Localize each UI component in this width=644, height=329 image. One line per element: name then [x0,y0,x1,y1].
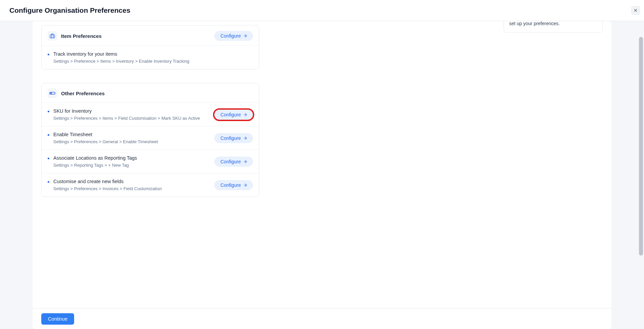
close-button[interactable]: ✕ [631,6,640,15]
configure-fields-button[interactable]: Configure [214,180,253,190]
card-header-item: Item Preferences Configure [42,25,259,46]
pref-row-sku-inventory: SKU for Inventory Settings > Preferences… [42,103,259,126]
page-title: Configure Organisation Preferences [9,6,130,14]
item-preferences-card: Item Preferences Configure Track invento… [41,25,259,69]
card-title-item: Item Preferences [61,33,102,39]
card-header-other: Other Preferences [42,83,259,103]
row-path: Settings > Preferences > Invoices > Fiel… [53,186,209,191]
bullet-icon [48,111,49,112]
close-icon: ✕ [634,8,638,13]
svg-rect-0 [50,35,54,38]
configure-label: Configure [220,182,241,188]
configure-label: Configure [220,159,241,164]
info-text: can navigate to the desired setting and … [509,21,597,27]
bullet-icon [48,134,49,136]
pref-row-locations-tags: Associate Locations as Reporting Tags Se… [42,150,259,173]
svg-point-3 [51,93,52,94]
row-path: Settings > Preferences > General > Enabl… [53,139,209,144]
row-title: Customise and create new fields [53,179,209,184]
page-header: Configure Organisation Preferences ✕ [0,0,644,21]
configure-sku-button[interactable]: Configure [214,110,253,120]
row-title: Associate Locations as Reporting Tags [53,155,209,161]
configure-locations-button[interactable]: Configure [214,157,253,167]
pref-row-custom-fields: Customise and create new fields Settings… [42,173,259,197]
row-path: Settings > Preference > Items > Inventor… [53,59,253,64]
bullet-icon [48,158,49,159]
configure-label: Configure [220,33,241,39]
arrow-right-icon [243,183,248,187]
arrow-right-icon [243,136,248,141]
row-path: Settings > Preferences > Items > Field C… [53,116,209,121]
row-title: SKU for Inventory [53,108,209,114]
card-title-other: Other Preferences [61,91,105,96]
briefcase-icon [48,31,57,41]
content-panel: can navigate to the desired setting and … [33,21,611,329]
arrow-right-icon [243,112,248,117]
scrollbar-track[interactable] [638,22,643,328]
arrow-right-icon [243,34,248,38]
configure-label: Configure [220,135,241,141]
footer-bar: Continue [33,308,611,329]
info-panel: can navigate to the desired setting and … [503,21,603,33]
bullet-icon [48,54,49,55]
scroll-area[interactable]: can navigate to the desired setting and … [33,21,611,308]
row-title: Enable Timesheet [53,132,209,137]
configure-timesheet-button[interactable]: Configure [214,133,253,143]
toggle-icon [48,89,57,98]
arrow-right-icon [243,159,248,164]
bullet-icon [48,181,49,183]
other-preferences-card: Other Preferences SKU for Inventory Sett… [41,83,259,197]
pref-row-enable-timesheet: Enable Timesheet Settings > Preferences … [42,126,259,150]
configure-label: Configure [220,112,241,117]
row-title: Track inventory for your items [53,51,253,57]
pref-row-track-inventory: Track inventory for your items Settings … [42,46,259,69]
configure-item-prefs-button[interactable]: Configure [214,31,253,41]
scrollbar-thumb[interactable] [639,37,643,256]
left-column: Item Preferences Configure Track invento… [41,21,259,210]
continue-button[interactable]: Continue [41,313,74,325]
row-path: Settings > Reporting Tags > + New Tag [53,163,209,168]
